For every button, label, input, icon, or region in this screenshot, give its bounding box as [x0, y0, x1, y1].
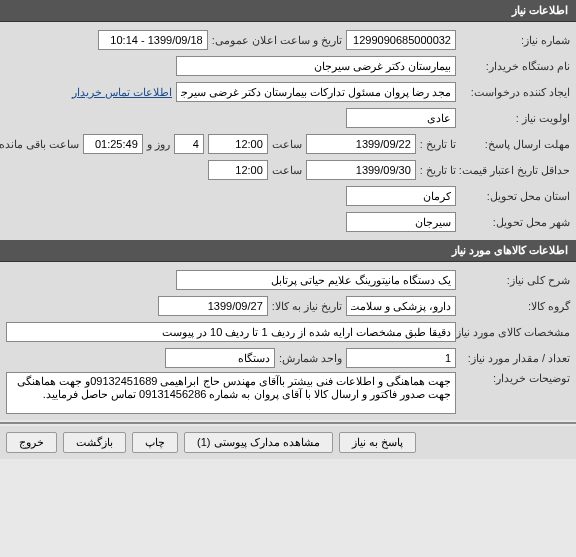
- goods-info-form: شرح کلی نیاز: گروه کالا: تاریخ نیاز به ک…: [0, 262, 576, 420]
- until-date-label: تا تاریخ :: [420, 138, 456, 151]
- day-and-label: روز و: [147, 138, 170, 151]
- divider: [0, 422, 576, 424]
- need-info-header: اطلاعات نیاز: [0, 0, 576, 22]
- response-deadline-label: مهلت ارسال پاسخ:: [460, 138, 570, 151]
- delivery-city-label: شهر محل تحویل:: [460, 216, 570, 229]
- request-creator-label: ایجاد کننده درخواست:: [460, 86, 570, 99]
- hour-label-1: ساعت: [272, 138, 302, 151]
- goods-specs-input[interactable]: [6, 322, 456, 342]
- remaining-label: ساعت باقی مانده: [0, 138, 79, 151]
- hour-label-2: ساعت: [272, 164, 302, 177]
- count-unit-label: واحد شمارش:: [279, 352, 342, 365]
- exit-button[interactable]: خروج: [6, 432, 57, 453]
- delivery-city-input[interactable]: [346, 212, 456, 232]
- goods-group-input[interactable]: [346, 296, 456, 316]
- need-info-form: شماره نیاز: تاریخ و ساعت اعلان عمومی: نا…: [0, 22, 576, 240]
- count-unit-input[interactable]: [165, 348, 275, 368]
- buyer-name-label: نام دستگاه خریدار:: [460, 60, 570, 73]
- credit-until-time-input[interactable]: [208, 160, 268, 180]
- buyer-notes-input[interactable]: جهت هماهنگی و اطلاعات فنی بیشتر باآقای م…: [6, 372, 456, 414]
- min-credit-date-label: حداقل تاریخ اعتبار قیمت:: [460, 164, 570, 177]
- general-desc-input[interactable]: [176, 270, 456, 290]
- until-date-label-2: تا تاریخ :: [420, 164, 456, 177]
- print-button[interactable]: چاپ: [132, 432, 178, 453]
- buyer-notes-label: توضیحات خریدار:: [460, 372, 570, 385]
- request-creator-input[interactable]: [176, 82, 456, 102]
- contact-info-link[interactable]: اطلاعات تماس خریدار: [72, 86, 172, 99]
- goods-group-label: گروه کالا:: [460, 300, 570, 313]
- delivery-province-label: استان محل تحویل:: [460, 190, 570, 203]
- qty-needed-input[interactable]: [346, 348, 456, 368]
- deadline-time-input[interactable]: [208, 134, 268, 154]
- priority-input[interactable]: [346, 108, 456, 128]
- goods-info-header: اطلاعات کالاهای مورد نیاز: [0, 240, 576, 262]
- action-buttons: پاسخ به نیاز مشاهده مدارک پیوستی (1) چاپ…: [0, 426, 576, 459]
- credit-until-date-input[interactable]: [306, 160, 416, 180]
- need-number-label: شماره نیاز:: [460, 34, 570, 47]
- public-date-input[interactable]: [98, 30, 208, 50]
- need-date-input[interactable]: [158, 296, 268, 316]
- general-desc-label: شرح کلی نیاز:: [460, 274, 570, 287]
- respond-button[interactable]: پاسخ به نیاز: [339, 432, 416, 453]
- public-date-label: تاریخ و ساعت اعلان عمومی:: [212, 34, 342, 47]
- back-button[interactable]: بازگشت: [63, 432, 126, 453]
- buyer-name-input[interactable]: [176, 56, 456, 76]
- attachments-button[interactable]: مشاهده مدارک پیوستی (1): [184, 432, 333, 453]
- remaining-time-input[interactable]: [83, 134, 143, 154]
- remaining-days-input[interactable]: [174, 134, 204, 154]
- need-date-label: تاریخ نیاز به کالا:: [272, 300, 342, 313]
- delivery-province-input[interactable]: [346, 186, 456, 206]
- priority-label: اولویت نیاز :: [460, 112, 570, 125]
- goods-specs-label: مشخصات کالای مورد نیاز:: [460, 326, 570, 339]
- deadline-date-input[interactable]: [306, 134, 416, 154]
- need-number-input[interactable]: [346, 30, 456, 50]
- qty-needed-label: تعداد / مقدار مورد نیاز:: [460, 352, 570, 365]
